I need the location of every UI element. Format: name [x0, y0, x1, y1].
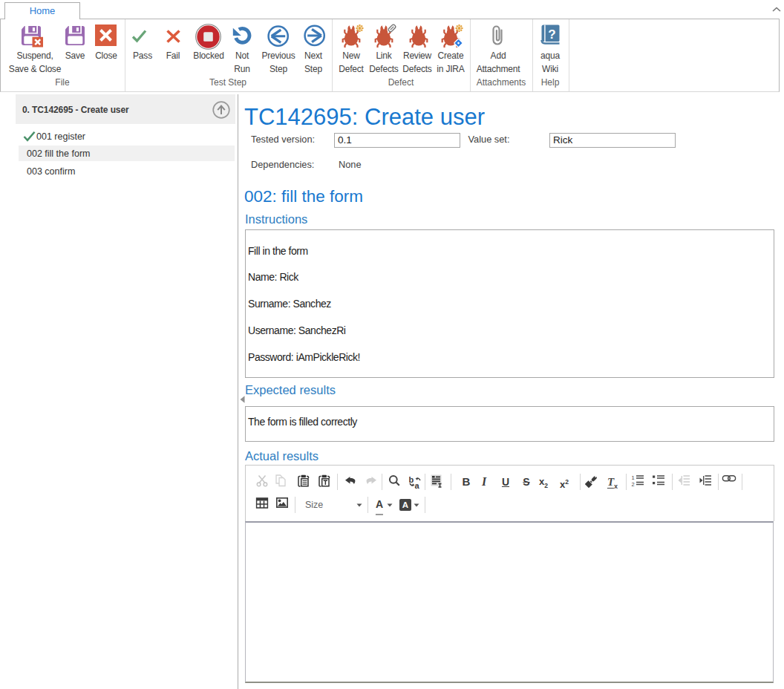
- svg-text:a: a: [415, 481, 420, 489]
- svg-text:b: b: [409, 475, 414, 484]
- svg-text:2: 2: [632, 481, 635, 488]
- svg-text:?: ?: [548, 27, 555, 42]
